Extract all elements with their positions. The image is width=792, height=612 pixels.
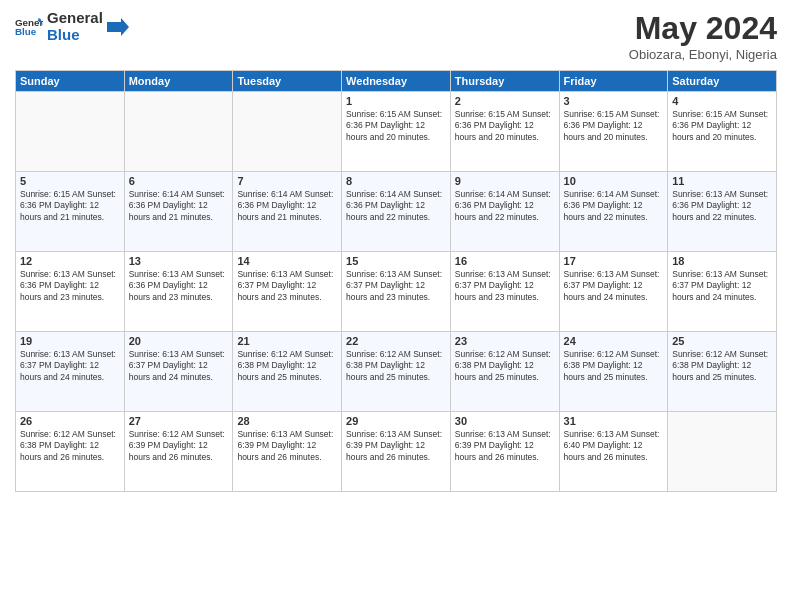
- day-info: Sunrise: 6:13 AM Sunset: 6:36 PM Dayligh…: [672, 189, 772, 223]
- day-info: Sunrise: 6:13 AM Sunset: 6:37 PM Dayligh…: [564, 269, 664, 303]
- logo-icon: General Blue: [15, 13, 43, 41]
- day-info: Sunrise: 6:13 AM Sunset: 6:39 PM Dayligh…: [455, 429, 555, 463]
- location-subtitle: Obiozara, Ebonyi, Nigeria: [629, 47, 777, 62]
- calendar-col-sunday: Sunday: [16, 71, 125, 92]
- day-number: 23: [455, 335, 555, 347]
- calendar-col-thursday: Thursday: [450, 71, 559, 92]
- day-number: 12: [20, 255, 120, 267]
- day-number: 29: [346, 415, 446, 427]
- calendar-page: General Blue General Blue May 2024 Obioz…: [0, 0, 792, 612]
- day-info: Sunrise: 6:15 AM Sunset: 6:36 PM Dayligh…: [564, 109, 664, 143]
- day-info: Sunrise: 6:15 AM Sunset: 6:36 PM Dayligh…: [672, 109, 772, 143]
- calendar-cell: 29Sunrise: 6:13 AM Sunset: 6:39 PM Dayli…: [342, 412, 451, 492]
- day-info: Sunrise: 6:15 AM Sunset: 6:36 PM Dayligh…: [455, 109, 555, 143]
- calendar-col-monday: Monday: [124, 71, 233, 92]
- title-block: May 2024 Obiozara, Ebonyi, Nigeria: [629, 10, 777, 62]
- calendar-cell: 24Sunrise: 6:12 AM Sunset: 6:38 PM Dayli…: [559, 332, 668, 412]
- calendar-cell: 30Sunrise: 6:13 AM Sunset: 6:39 PM Dayli…: [450, 412, 559, 492]
- calendar-col-saturday: Saturday: [668, 71, 777, 92]
- day-number: 6: [129, 175, 229, 187]
- calendar-cell: 20Sunrise: 6:13 AM Sunset: 6:37 PM Dayli…: [124, 332, 233, 412]
- month-year-title: May 2024: [629, 10, 777, 47]
- day-info: Sunrise: 6:15 AM Sunset: 6:36 PM Dayligh…: [346, 109, 446, 143]
- day-number: 30: [455, 415, 555, 427]
- day-info: Sunrise: 6:12 AM Sunset: 6:38 PM Dayligh…: [672, 349, 772, 383]
- calendar-cell: 23Sunrise: 6:12 AM Sunset: 6:38 PM Dayli…: [450, 332, 559, 412]
- day-number: 24: [564, 335, 664, 347]
- calendar-cell: 5Sunrise: 6:15 AM Sunset: 6:36 PM Daylig…: [16, 172, 125, 252]
- calendar-cell: [124, 92, 233, 172]
- svg-text:Blue: Blue: [15, 26, 37, 37]
- day-info: Sunrise: 6:13 AM Sunset: 6:37 PM Dayligh…: [129, 349, 229, 383]
- day-number: 14: [237, 255, 337, 267]
- day-info: Sunrise: 6:14 AM Sunset: 6:36 PM Dayligh…: [237, 189, 337, 223]
- calendar-col-wednesday: Wednesday: [342, 71, 451, 92]
- day-number: 27: [129, 415, 229, 427]
- calendar-col-friday: Friday: [559, 71, 668, 92]
- calendar-cell: 14Sunrise: 6:13 AM Sunset: 6:37 PM Dayli…: [233, 252, 342, 332]
- day-number: 8: [346, 175, 446, 187]
- logo-general: General: [47, 10, 103, 27]
- header: General Blue General Blue May 2024 Obioz…: [15, 10, 777, 62]
- day-info: Sunrise: 6:13 AM Sunset: 6:37 PM Dayligh…: [455, 269, 555, 303]
- day-info: Sunrise: 6:13 AM Sunset: 6:37 PM Dayligh…: [20, 349, 120, 383]
- calendar-cell: 17Sunrise: 6:13 AM Sunset: 6:37 PM Dayli…: [559, 252, 668, 332]
- day-number: 16: [455, 255, 555, 267]
- calendar-cell: 6Sunrise: 6:14 AM Sunset: 6:36 PM Daylig…: [124, 172, 233, 252]
- day-number: 2: [455, 95, 555, 107]
- calendar-week-row: 1Sunrise: 6:15 AM Sunset: 6:36 PM Daylig…: [16, 92, 777, 172]
- day-info: Sunrise: 6:14 AM Sunset: 6:36 PM Dayligh…: [455, 189, 555, 223]
- day-number: 9: [455, 175, 555, 187]
- calendar-cell: 15Sunrise: 6:13 AM Sunset: 6:37 PM Dayli…: [342, 252, 451, 332]
- calendar-col-tuesday: Tuesday: [233, 71, 342, 92]
- calendar-week-row: 19Sunrise: 6:13 AM Sunset: 6:37 PM Dayli…: [16, 332, 777, 412]
- day-number: 21: [237, 335, 337, 347]
- calendar-cell: 31Sunrise: 6:13 AM Sunset: 6:40 PM Dayli…: [559, 412, 668, 492]
- calendar-cell: [668, 412, 777, 492]
- calendar-cell: 1Sunrise: 6:15 AM Sunset: 6:36 PM Daylig…: [342, 92, 451, 172]
- calendar-cell: 12Sunrise: 6:13 AM Sunset: 6:36 PM Dayli…: [16, 252, 125, 332]
- day-info: Sunrise: 6:13 AM Sunset: 6:37 PM Dayligh…: [672, 269, 772, 303]
- calendar-cell: 11Sunrise: 6:13 AM Sunset: 6:36 PM Dayli…: [668, 172, 777, 252]
- day-info: Sunrise: 6:12 AM Sunset: 6:38 PM Dayligh…: [346, 349, 446, 383]
- day-info: Sunrise: 6:13 AM Sunset: 6:36 PM Dayligh…: [20, 269, 120, 303]
- calendar-cell: 8Sunrise: 6:14 AM Sunset: 6:36 PM Daylig…: [342, 172, 451, 252]
- day-info: Sunrise: 6:13 AM Sunset: 6:37 PM Dayligh…: [237, 269, 337, 303]
- logo: General Blue General Blue: [15, 10, 129, 43]
- calendar-cell: 19Sunrise: 6:13 AM Sunset: 6:37 PM Dayli…: [16, 332, 125, 412]
- day-number: 7: [237, 175, 337, 187]
- calendar-cell: 16Sunrise: 6:13 AM Sunset: 6:37 PM Dayli…: [450, 252, 559, 332]
- day-number: 3: [564, 95, 664, 107]
- day-number: 13: [129, 255, 229, 267]
- day-info: Sunrise: 6:12 AM Sunset: 6:39 PM Dayligh…: [129, 429, 229, 463]
- day-number: 31: [564, 415, 664, 427]
- day-number: 19: [20, 335, 120, 347]
- day-info: Sunrise: 6:12 AM Sunset: 6:38 PM Dayligh…: [20, 429, 120, 463]
- day-info: Sunrise: 6:12 AM Sunset: 6:38 PM Dayligh…: [455, 349, 555, 383]
- calendar-week-row: 5Sunrise: 6:15 AM Sunset: 6:36 PM Daylig…: [16, 172, 777, 252]
- calendar-cell: 9Sunrise: 6:14 AM Sunset: 6:36 PM Daylig…: [450, 172, 559, 252]
- day-number: 11: [672, 175, 772, 187]
- day-number: 17: [564, 255, 664, 267]
- calendar-cell: 13Sunrise: 6:13 AM Sunset: 6:36 PM Dayli…: [124, 252, 233, 332]
- calendar-cell: 25Sunrise: 6:12 AM Sunset: 6:38 PM Dayli…: [668, 332, 777, 412]
- day-number: 10: [564, 175, 664, 187]
- day-info: Sunrise: 6:12 AM Sunset: 6:38 PM Dayligh…: [237, 349, 337, 383]
- calendar-cell: 10Sunrise: 6:14 AM Sunset: 6:36 PM Dayli…: [559, 172, 668, 252]
- day-number: 25: [672, 335, 772, 347]
- calendar-cell: 28Sunrise: 6:13 AM Sunset: 6:39 PM Dayli…: [233, 412, 342, 492]
- calendar-cell: 18Sunrise: 6:13 AM Sunset: 6:37 PM Dayli…: [668, 252, 777, 332]
- svg-marker-4: [107, 18, 129, 36]
- day-number: 4: [672, 95, 772, 107]
- calendar-cell: 22Sunrise: 6:12 AM Sunset: 6:38 PM Dayli…: [342, 332, 451, 412]
- day-info: Sunrise: 6:13 AM Sunset: 6:39 PM Dayligh…: [346, 429, 446, 463]
- day-number: 1: [346, 95, 446, 107]
- calendar-cell: 21Sunrise: 6:12 AM Sunset: 6:38 PM Dayli…: [233, 332, 342, 412]
- day-info: Sunrise: 6:13 AM Sunset: 6:39 PM Dayligh…: [237, 429, 337, 463]
- calendar-cell: 7Sunrise: 6:14 AM Sunset: 6:36 PM Daylig…: [233, 172, 342, 252]
- day-number: 15: [346, 255, 446, 267]
- day-number: 28: [237, 415, 337, 427]
- calendar-cell: [233, 92, 342, 172]
- calendar-week-row: 26Sunrise: 6:12 AM Sunset: 6:38 PM Dayli…: [16, 412, 777, 492]
- day-info: Sunrise: 6:13 AM Sunset: 6:36 PM Dayligh…: [129, 269, 229, 303]
